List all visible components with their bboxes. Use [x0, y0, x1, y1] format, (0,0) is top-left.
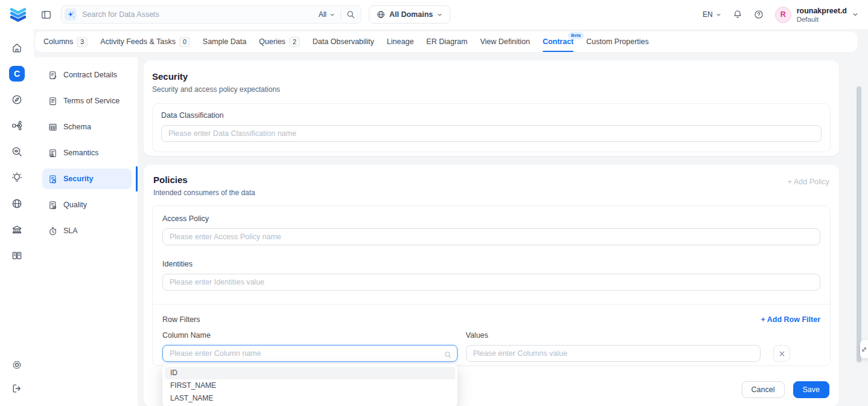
- nav-item-security[interactable]: Security: [42, 169, 132, 189]
- values-col: Values: [466, 331, 761, 362]
- access-policy-group: Access Policy: [162, 214, 820, 245]
- security-lock-icon: [48, 175, 57, 184]
- ai-sparkle-icon[interactable]: [65, 8, 77, 21]
- panel-resize-handle[interactable]: [860, 340, 868, 358]
- governance-bank-icon[interactable]: [0, 216, 34, 242]
- terms-of-service-icon: [48, 97, 57, 106]
- access-policy-input[interactable]: [162, 228, 820, 245]
- dropdown-option[interactable]: ID: [165, 367, 455, 379]
- search-scope-select[interactable]: All: [319, 10, 335, 19]
- tab-lineage[interactable]: Lineage: [387, 31, 414, 52]
- tab-data-observability[interactable]: Data Observability: [313, 31, 374, 52]
- lineage-network-icon[interactable]: [0, 112, 34, 138]
- row-filter-row: Column Name ID FIRST_NAME: [162, 331, 820, 362]
- home-icon[interactable]: [0, 34, 34, 60]
- tab-queries[interactable]: Queries2: [259, 31, 300, 52]
- left-icon-rail: C: [0, 29, 34, 406]
- tab-contract[interactable]: ContractBeta: [543, 31, 573, 52]
- save-button[interactable]: Save: [793, 381, 830, 398]
- identities-label: Identities: [162, 260, 820, 269]
- tab-activity-feeds[interactable]: Activity Feeds & Tasks0: [100, 31, 190, 52]
- access-policy-label: Access Policy: [162, 214, 820, 224]
- row-filters-title: Row Filters: [162, 315, 200, 324]
- contract-section-nav: Contract Details Terms of Service Schema…: [34, 57, 138, 406]
- app-root: All All Domains EN R: [0, 0, 868, 406]
- notifications-bell-icon[interactable]: [733, 10, 742, 19]
- settings-gear-icon[interactable]: [0, 353, 34, 376]
- column-name-col: Column Name ID FIRST_NAME: [162, 331, 458, 362]
- tab-count-badge: 2: [289, 37, 300, 47]
- search-icon[interactable]: [346, 10, 355, 19]
- policies-title: Policies: [153, 175, 255, 185]
- help-icon[interactable]: [754, 10, 764, 19]
- tab-custom-properties[interactable]: Custom Properties: [586, 31, 649, 52]
- nav-item-contract-details[interactable]: Contract Details: [42, 65, 132, 85]
- identities-input[interactable]: [162, 274, 820, 291]
- security-title: Security: [152, 71, 831, 82]
- tab-columns[interactable]: Columns3: [43, 31, 88, 52]
- sidebar-toggle-icon[interactable]: [41, 10, 51, 20]
- rail-bottom-group: [0, 353, 34, 400]
- column-name-input[interactable]: [162, 345, 458, 362]
- domains-filter-button[interactable]: All Domains: [369, 5, 450, 24]
- policies-card: Policies Intended consumers of the data …: [144, 165, 839, 406]
- tab-er-diagram[interactable]: ER Diagram: [426, 31, 467, 52]
- column-options-dropdown: ID FIRST_NAME LAST_NAME: [162, 364, 458, 406]
- security-card: Security Security and access policy expe…: [144, 60, 839, 156]
- row-filters-header: Row Filters + Add Row Filter: [162, 315, 820, 324]
- nav-item-quality[interactable]: Quality: [42, 195, 132, 215]
- add-policy-button[interactable]: + Add Policy: [788, 178, 829, 186]
- dropdown-option[interactable]: FIRST_NAME: [165, 379, 455, 392]
- domains-globe-icon[interactable]: [0, 190, 34, 216]
- nav-item-sla[interactable]: SLA: [42, 221, 132, 241]
- user-name: rounakpreet.d: [797, 7, 847, 15]
- quality-check-icon: [48, 201, 57, 210]
- app-shell: C: [0, 29, 868, 406]
- user-menu[interactable]: R rounakpreet.d Default: [775, 7, 858, 23]
- entity-tab-bar: Columns3 Activity Feeds & Tasks0 Sample …: [35, 31, 857, 52]
- diagonal-resize-icon: [861, 346, 867, 353]
- beta-badge: Beta: [568, 32, 584, 39]
- language-select[interactable]: EN: [703, 10, 721, 19]
- domains-filter-value: All Domains: [389, 10, 433, 19]
- policy-divider: [153, 304, 830, 304]
- glossary-book-icon[interactable]: [0, 242, 34, 268]
- values-input[interactable]: [466, 345, 761, 362]
- observability-search-eye-icon[interactable]: [0, 138, 34, 164]
- vertical-scrollbar-thumb[interactable]: [857, 86, 861, 362]
- chevron-down-icon: [437, 12, 442, 18]
- user-team: Default: [797, 16, 847, 23]
- add-row-filter-button[interactable]: + Add Row Filter: [761, 315, 821, 324]
- nav-item-schema[interactable]: Schema: [42, 117, 132, 137]
- security-subtitle: Security and access policy expectations: [152, 85, 831, 94]
- data-classification-group: Data Classification: [152, 103, 831, 152]
- search-icon: [444, 350, 452, 361]
- identities-group: Identities: [162, 260, 820, 291]
- nav-item-terms-of-service[interactable]: Terms of Service: [42, 91, 132, 111]
- dropdown-option[interactable]: LAST_NAME: [165, 392, 455, 405]
- semantics-icon: [48, 149, 57, 158]
- search-input[interactable]: [82, 10, 313, 19]
- tab-view-definition[interactable]: View Definition: [480, 31, 529, 52]
- security-form-area: Security Security and access policy expe…: [138, 57, 868, 406]
- remove-row-filter-button[interactable]: [773, 345, 790, 362]
- schema-table-icon: [48, 123, 57, 132]
- explore-compass-icon[interactable]: [0, 86, 34, 112]
- topbar-right-cluster: EN R rounakpreet.d Default: [703, 7, 858, 23]
- logout-icon[interactable]: [0, 376, 34, 400]
- tab-count-badge: 3: [77, 37, 88, 47]
- language-value: EN: [703, 10, 713, 19]
- cancel-button[interactable]: Cancel: [742, 381, 785, 398]
- data-classification-input[interactable]: [161, 125, 822, 142]
- search-divider: [340, 10, 341, 19]
- chevron-down-icon: [330, 12, 335, 18]
- app-c-icon[interactable]: C: [0, 60, 34, 86]
- global-search-bar[interactable]: All: [61, 5, 362, 24]
- insights-bulb-icon[interactable]: [0, 164, 34, 190]
- values-label: Values: [466, 331, 761, 340]
- openmetadata-logo-icon: [8, 5, 28, 24]
- column-name-label: Column Name: [162, 331, 458, 340]
- nav-item-semantics[interactable]: Semantics: [42, 143, 132, 163]
- tab-sample-data[interactable]: Sample Data: [203, 31, 246, 52]
- policies-subtitle: Intended consumers of the data: [153, 188, 255, 197]
